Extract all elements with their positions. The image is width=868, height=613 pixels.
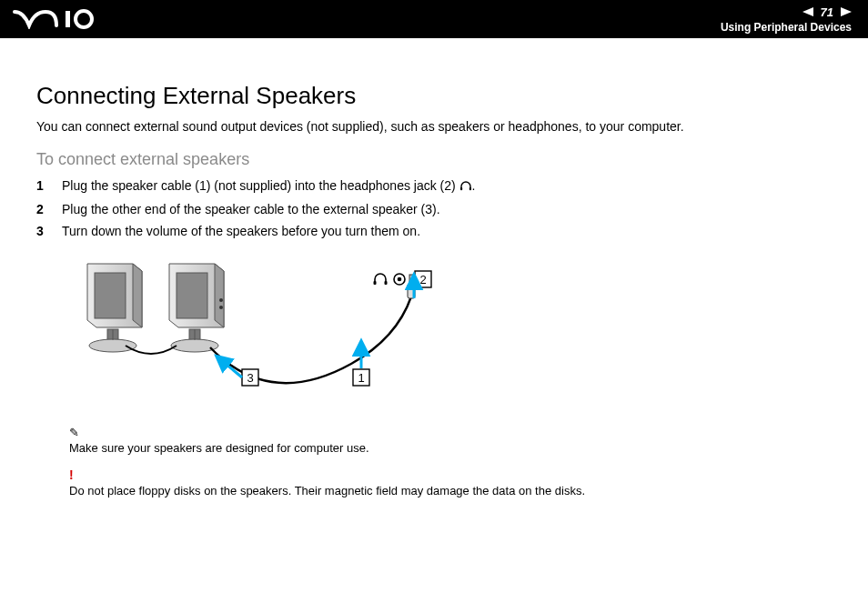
step-number: 3 [36, 224, 49, 238]
intro-text: You can connect external sound output de… [36, 119, 832, 134]
speaker-right-icon [169, 264, 224, 352]
section-title: Using Peripheral Devices [721, 21, 852, 34]
svg-text:1: 1 [358, 371, 364, 385]
steps-list: 1 Plug the speaker cable (1) (not suppli… [36, 178, 832, 238]
callout-3: 3 [242, 369, 258, 386]
page-content: Connecting External Speakers You can con… [0, 38, 868, 528]
step-number: 2 [36, 202, 49, 216]
svg-point-19 [398, 277, 402, 282]
svg-rect-9 [177, 273, 207, 318]
speaker-cable [210, 296, 411, 383]
subheading: To connect external speakers [36, 150, 832, 169]
svg-rect-15 [409, 275, 413, 286]
speaker-diagram: 2 1 3 [69, 255, 832, 413]
svg-rect-5 [469, 187, 470, 190]
page-nav: 71 [802, 5, 852, 19]
svg-point-8 [89, 339, 136, 352]
headphones-icon [459, 179, 472, 195]
note-text: Make sure your speakers are designed for… [69, 441, 832, 455]
page-number: 71 [821, 5, 833, 19]
svg-point-1 [76, 11, 92, 27]
prev-page-arrow[interactable] [802, 7, 813, 16]
step-text: Plug the speaker cable (1) (not supplied… [62, 178, 832, 195]
step-number: 1 [36, 178, 49, 193]
svg-rect-16 [374, 281, 377, 285]
headphones-icon [374, 274, 388, 285]
speaker-left-icon [87, 264, 142, 352]
note-icon: ✎ [69, 426, 832, 439]
warning-icon: ! [69, 467, 832, 482]
callout-2: 2 [415, 271, 431, 287]
page-title: Connecting External Speakers [36, 82, 832, 110]
next-page-arrow[interactable] [841, 7, 852, 16]
svg-marker-3 [841, 7, 852, 16]
svg-rect-0 [66, 11, 70, 27]
header-right: 71 Using Peripheral Devices [721, 5, 852, 34]
header-bar: 71 Using Peripheral Devices [0, 0, 868, 38]
step-1: 1 Plug the speaker cable (1) (not suppli… [36, 178, 832, 195]
warning-text: Do not place floppy disks on the speaker… [69, 484, 832, 497]
step-text: Plug the other end of the speaker cable … [62, 202, 832, 216]
notes-block: ✎ Make sure your speakers are designed f… [69, 426, 832, 497]
svg-point-12 [219, 298, 223, 302]
svg-text:2: 2 [419, 273, 426, 286]
svg-rect-4 [460, 187, 462, 190]
vaio-logo [13, 9, 113, 29]
callout-1: 1 [353, 369, 369, 386]
svg-rect-17 [385, 281, 388, 285]
step-3: 3 Turn down the volume of the speakers b… [36, 224, 832, 238]
step-2: 2 Plug the other end of the speaker cabl… [36, 202, 832, 216]
svg-point-13 [219, 306, 223, 309]
svg-rect-6 [95, 273, 126, 318]
svg-text:3: 3 [247, 371, 253, 385]
step-text: Turn down the volume of the speakers bef… [62, 224, 832, 238]
jack-port-icon [394, 274, 405, 285]
svg-marker-2 [802, 7, 813, 16]
